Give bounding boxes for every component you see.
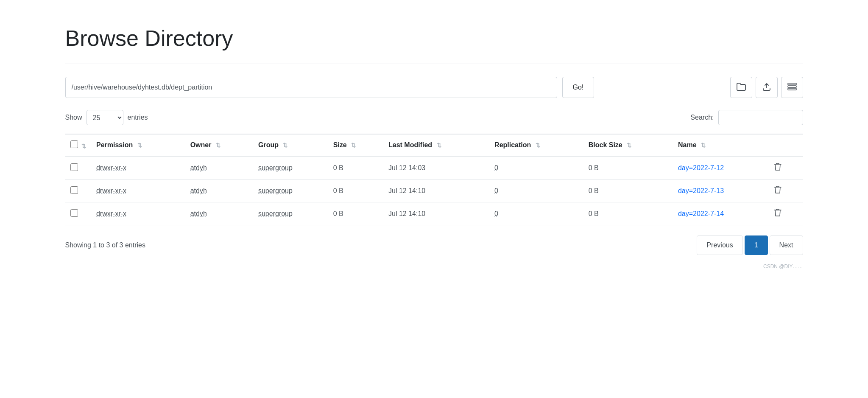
table-row: drwxr-xr-x atdyh supergroup 0 B Jul 12 1… <box>65 179 803 202</box>
permission-link-2[interactable]: drwxr-xr-x <box>96 210 126 217</box>
row-size-0: 0 B <box>328 156 383 179</box>
row-permission-1: drwxr-xr-x <box>91 179 185 202</box>
row-block-size-0: 0 B <box>583 156 673 179</box>
row-size-1: 0 B <box>328 179 383 202</box>
page-container: Browse Directory Go! <box>31 0 837 286</box>
directory-table: ⇅ Permission ⇅ Owner ⇅ Group ⇅ Size ⇅ <box>65 134 803 225</box>
search-input[interactable] <box>718 110 803 125</box>
col-header-group: Group ⇅ <box>253 134 328 156</box>
name-link-2[interactable]: day=2022-7-14 <box>678 210 724 217</box>
col-header-block-size: Block Size ⇅ <box>583 134 673 156</box>
sort-icon-select: ⇅ <box>81 143 86 149</box>
folder-button[interactable] <box>730 77 752 98</box>
entries-select[interactable]: 10 25 50 100 <box>87 110 123 125</box>
row-checkbox-1[interactable] <box>70 186 78 194</box>
row-checkbox-0[interactable] <box>70 163 78 171</box>
controls-row: Show 10 25 50 100 entries Search: <box>65 110 803 125</box>
next-button[interactable]: Next <box>770 235 803 255</box>
showing-text: Showing 1 to 3 of 3 entries <box>65 241 145 249</box>
row-checkbox-cell-2 <box>65 202 91 225</box>
sort-icon-size[interactable]: ⇅ <box>351 142 356 149</box>
replication-link-1[interactable]: 0 <box>494 187 498 194</box>
row-permission-0: drwxr-xr-x <box>91 156 185 179</box>
row-delete-cell-1 <box>767 179 803 202</box>
search-box: Search: <box>690 110 803 125</box>
show-entries: Show 10 25 50 100 entries <box>65 110 148 125</box>
path-input[interactable] <box>65 77 557 98</box>
watermark: CSDN @DIY…… <box>65 263 803 269</box>
name-link-1[interactable]: day=2022-7-13 <box>678 187 724 194</box>
path-row: Go! <box>65 77 803 98</box>
name-link-0[interactable]: day=2022-7-12 <box>678 164 724 171</box>
row-checkbox-2[interactable] <box>70 209 78 217</box>
row-last-modified-1: Jul 12 14:10 <box>383 179 489 202</box>
col-header-size: Size ⇅ <box>328 134 383 156</box>
divider <box>65 64 803 64</box>
permission-link-0[interactable]: drwxr-xr-x <box>96 164 126 171</box>
row-checkbox-cell-1 <box>65 179 91 202</box>
row-replication-0: 0 <box>489 156 583 179</box>
table-row: drwxr-xr-x atdyh supergroup 0 B Jul 12 1… <box>65 156 803 179</box>
row-group-1: supergroup <box>253 179 328 202</box>
entries-label: entries <box>128 114 148 121</box>
list-icon <box>787 82 797 93</box>
row-delete-cell-2 <box>767 202 803 225</box>
svg-rect-2 <box>788 88 796 90</box>
table-header-row: ⇅ Permission ⇅ Owner ⇅ Group ⇅ Size ⇅ <box>65 134 803 156</box>
row-delete-cell-0 <box>767 156 803 179</box>
owner-link-0[interactable]: atdyh <box>190 164 207 171</box>
delete-button-0[interactable] <box>772 163 783 173</box>
select-all-checkbox[interactable] <box>70 140 78 148</box>
group-link-1[interactable]: supergroup <box>258 187 293 194</box>
col-header-owner: Owner ⇅ <box>185 134 253 156</box>
delete-button-1[interactable] <box>772 185 783 196</box>
row-owner-2: atdyh <box>185 202 253 225</box>
sort-icon-block-size[interactable]: ⇅ <box>627 142 631 149</box>
svg-rect-0 <box>788 83 796 85</box>
owner-link-1[interactable]: atdyh <box>190 187 207 194</box>
sort-icon-permission[interactable]: ⇅ <box>137 142 142 149</box>
replication-link-2[interactable]: 0 <box>494 210 498 217</box>
sort-icon-owner[interactable]: ⇅ <box>216 142 220 149</box>
owner-link-2[interactable]: atdyh <box>190 210 207 217</box>
row-block-size-1: 0 B <box>583 179 673 202</box>
row-owner-1: atdyh <box>185 179 253 202</box>
folder-icon <box>737 82 746 93</box>
page-title: Browse Directory <box>65 25 803 51</box>
upload-icon <box>762 82 771 93</box>
delete-button-2[interactable] <box>772 208 783 219</box>
row-size-2: 0 B <box>328 202 383 225</box>
footer-row: Showing 1 to 3 of 3 entries Previous 1 N… <box>65 235 803 255</box>
sort-icon-group[interactable]: ⇅ <box>283 142 287 149</box>
list-view-button[interactable] <box>781 77 803 98</box>
row-checkbox-cell-0 <box>65 156 91 179</box>
col-header-name: Name ⇅ <box>673 134 767 156</box>
sort-icon-last-modified[interactable]: ⇅ <box>437 142 441 149</box>
group-link-0[interactable]: supergroup <box>258 164 293 171</box>
sort-icon-name[interactable]: ⇅ <box>701 142 706 149</box>
row-replication-1: 0 <box>489 179 583 202</box>
col-header-last-modified: Last Modified ⇅ <box>383 134 489 156</box>
pagination: Previous 1 Next <box>697 235 803 255</box>
col-header-replication: Replication ⇅ <box>489 134 583 156</box>
group-link-2[interactable]: supergroup <box>258 210 293 217</box>
row-name-2: day=2022-7-14 <box>673 202 767 225</box>
sort-icon-replication[interactable]: ⇅ <box>536 142 540 149</box>
previous-button[interactable]: Previous <box>697 235 742 255</box>
go-button[interactable]: Go! <box>562 77 594 98</box>
replication-link-0[interactable]: 0 <box>494 164 498 171</box>
row-block-size-2: 0 B <box>583 202 673 225</box>
col-header-permission: Permission ⇅ <box>91 134 185 156</box>
svg-rect-1 <box>788 86 796 87</box>
row-replication-2: 0 <box>489 202 583 225</box>
row-group-0: supergroup <box>253 156 328 179</box>
row-last-modified-0: Jul 12 14:03 <box>383 156 489 179</box>
upload-button[interactable] <box>756 77 778 98</box>
select-all-header: ⇅ <box>65 134 91 156</box>
row-name-0: day=2022-7-12 <box>673 156 767 179</box>
row-permission-2: drwxr-xr-x <box>91 202 185 225</box>
col-header-actions <box>767 134 803 156</box>
permission-link-1[interactable]: drwxr-xr-x <box>96 187 126 194</box>
page-1-button[interactable]: 1 <box>745 235 768 255</box>
row-last-modified-2: Jul 12 14:10 <box>383 202 489 225</box>
